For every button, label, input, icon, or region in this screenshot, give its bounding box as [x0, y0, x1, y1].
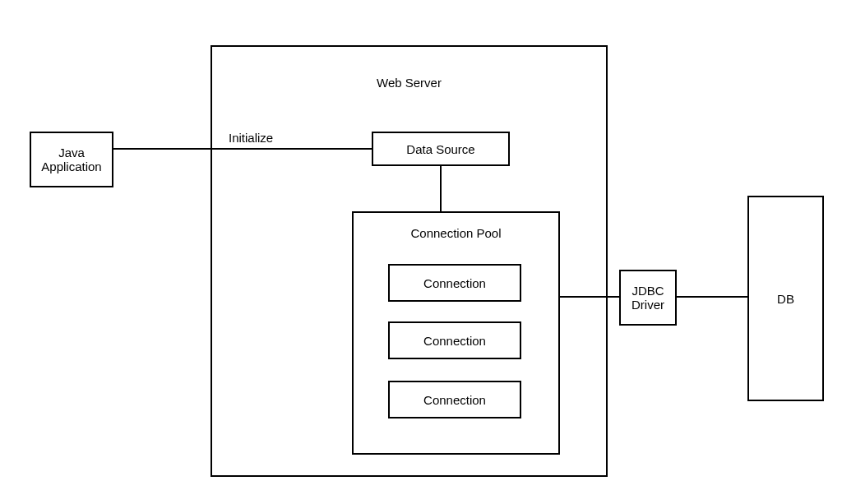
initialize-label: Initialize — [229, 131, 273, 145]
data-source-text: Data Source — [406, 142, 474, 156]
data-source-box: Data Source — [372, 132, 510, 166]
connection-box-3: Connection — [388, 381, 521, 418]
java-application-box: Java Application — [30, 132, 113, 187]
connection-box-2: Connection — [388, 321, 521, 359]
initialize-text: Initialize — [229, 131, 273, 145]
line-pool-to-jdbc — [560, 296, 619, 298]
line-jdbc-to-db — [677, 296, 747, 298]
db-box: DB — [747, 196, 824, 401]
jdbc-driver-box: JDBC Driver — [619, 270, 677, 326]
connection-text-3: Connection — [423, 393, 486, 407]
db-text: DB — [777, 292, 794, 306]
connection-text-2: Connection — [423, 334, 486, 348]
connection-pool-container: Connection Pool Connection Connection Co… — [352, 211, 560, 455]
connection-box-1: Connection — [388, 264, 521, 302]
web-server-text: Web Server — [377, 76, 442, 90]
jdbc-driver-text: JDBC Driver — [632, 284, 664, 312]
connection-pool-text: Connection Pool — [410, 226, 501, 240]
web-server-label: Web Server — [212, 76, 606, 90]
connection-text-1: Connection — [423, 276, 486, 290]
java-application-text: Java Application — [41, 146, 101, 173]
connection-pool-label: Connection Pool — [354, 226, 558, 240]
line-datasource-to-pool — [440, 166, 442, 211]
line-javaapp-to-datasource — [113, 148, 372, 150]
